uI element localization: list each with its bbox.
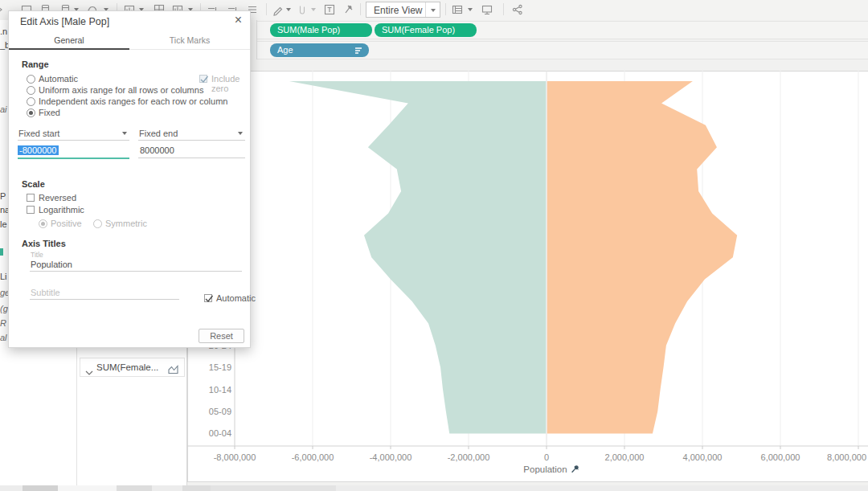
- radio-positive: [39, 219, 47, 228]
- sheet-tab-segment[interactable]: [211, 485, 336, 491]
- pill-sum-male-pop[interactable]: SUM(Male Pop): [270, 23, 372, 37]
- sheet-tab-segment[interactable]: [58, 485, 117, 491]
- fixed-end-input[interactable]: 8000000: [140, 145, 174, 155]
- hidden-pill-sliver: [0, 248, 3, 256]
- area-chart-icon[interactable]: [168, 363, 179, 378]
- text-label-icon[interactable]: [323, 3, 336, 16]
- paperclip-icon[interactable]: [296, 3, 309, 16]
- svg-text:-4,000,000: -4,000,000: [370, 452, 412, 462]
- reset-button[interactable]: Reset: [199, 329, 244, 343]
- svg-text:4,000,000: 4,000,000: [683, 452, 723, 462]
- fit-selector-caret[interactable]: [431, 9, 436, 12]
- edit-axis-dialog: Edit Axis [Male Pop] × General Tick Mark…: [8, 10, 251, 348]
- fit-selector[interactable]: Entire View: [366, 2, 440, 18]
- fixed-end-label[interactable]: Fixed end: [139, 129, 178, 138]
- pin-icon[interactable]: [342, 3, 355, 16]
- range-heading: Range: [22, 59, 49, 69]
- population-pyramid-chart[interactable]: -8,000,000-6,000,000-4,000,000-2,000,000…: [187, 71, 868, 482]
- sheet-tab-segment[interactable]: [117, 485, 152, 491]
- automatic-label[interactable]: Automatic: [216, 293, 256, 303]
- chevron-down-icon[interactable]: [85, 365, 93, 379]
- radio-uniform[interactable]: [27, 86, 35, 95]
- x-axis-title[interactable]: Population: [487, 464, 616, 474]
- svg-text:0: 0: [544, 452, 549, 462]
- svg-text:05-09: 05-09: [209, 407, 231, 416]
- svg-text:8,000,000: 8,000,000: [827, 452, 866, 462]
- radio-uniform-label[interactable]: Uniform axis range for all rows or colum…: [39, 85, 203, 95]
- svg-text:6,000,000: 6,000,000: [761, 452, 800, 462]
- sheet-tab-segment[interactable]: [23, 485, 58, 491]
- fit-selector-value: Entire View: [374, 5, 422, 16]
- svg-text:10-14: 10-14: [209, 385, 231, 395]
- toolbar-separator: [445, 3, 446, 15]
- fixed-end-underline: [138, 158, 245, 158]
- sort-descending-badge-icon[interactable]: [354, 46, 362, 59]
- x-axis-title-label: Population: [523, 464, 567, 474]
- fixed-end-dropdown-underline: [138, 140, 245, 141]
- radio-symmetric: [93, 219, 102, 228]
- logarithmic-label[interactable]: Logarithmic: [39, 205, 84, 215]
- svg-text:2,000,000: 2,000,000: [605, 452, 645, 462]
- highlight-caret[interactable]: [286, 8, 291, 11]
- radio-independent[interactable]: [27, 97, 35, 106]
- svg-text:-6,000,000: -6,000,000: [292, 452, 334, 462]
- female-area-mark: [547, 81, 737, 433]
- title-field-value[interactable]: Population: [31, 260, 72, 269]
- svg-text:15-19: 15-19: [209, 362, 231, 372]
- toolbar-separator: [503, 3, 504, 15]
- radio-fixed[interactable]: [27, 108, 35, 117]
- fixed-start-label[interactable]: Fixed start: [18, 129, 59, 138]
- show-cards-icon[interactable]: [451, 3, 464, 16]
- tab-tick-marks[interactable]: Tick Marks: [129, 32, 250, 50]
- tableau-window: Entire View SUM(Male Pop) SUM(Female Pop…: [0, 0, 868, 491]
- show-cards-caret[interactable]: [468, 8, 473, 11]
- radio-automatic[interactable]: [27, 75, 35, 84]
- subtitle-field-underline: [30, 299, 179, 300]
- pill-sum-female-pop[interactable]: SUM(Female Pop): [375, 23, 477, 37]
- close-icon[interactable]: ×: [235, 13, 242, 27]
- reversed-checkbox[interactable]: [27, 194, 35, 202]
- radio-automatic-label[interactable]: Automatic: [39, 74, 78, 84]
- fixed-end-caret[interactable]: [238, 132, 243, 135]
- fixed-start-dropdown-underline: [18, 140, 129, 141]
- reversed-label[interactable]: Reversed: [39, 193, 76, 203]
- automatic-checkbox[interactable]: [204, 294, 212, 302]
- axis-titles-heading: Axis Titles: [22, 239, 66, 248]
- svg-text:00-04: 00-04: [209, 428, 231, 438]
- dialog-title: Edit Axis [Male Pop]: [20, 16, 109, 27]
- marks-field-row[interactable]: SUM(Female...: [80, 358, 185, 377]
- pill-label: SUM(Male Pop): [277, 25, 340, 35]
- title-field-underline: [30, 271, 242, 272]
- pill-age[interactable]: Age: [270, 43, 369, 57]
- pill-label: SUM(Female Pop): [382, 25, 455, 35]
- paperclip-caret[interactable]: [311, 8, 316, 11]
- svg-text:-2,000,000: -2,000,000: [448, 452, 490, 462]
- radio-independent-label[interactable]: Independent axis ranges for each row or …: [39, 96, 227, 106]
- radio-symmetric-label: Symmetric: [105, 219, 147, 228]
- shelf-divider: [256, 20, 257, 59]
- scale-heading: Scale: [22, 179, 45, 189]
- sheet-tab-segment[interactable]: [182, 485, 211, 491]
- title-field-label: Title: [31, 251, 43, 259]
- pushpin-icon: [571, 464, 579, 473]
- logarithmic-checkbox[interactable]: [27, 206, 35, 214]
- fixed-start-caret[interactable]: [122, 132, 127, 135]
- fixed-start-input[interactable]: -8000000: [18, 145, 59, 155]
- fixed-start-focus-underline: [18, 158, 129, 159]
- male-area-mark: [289, 81, 546, 433]
- dialog-tabbar: General Tick Marks: [9, 32, 250, 50]
- radio-positive-label: Positive: [51, 219, 82, 228]
- presentation-mode-icon[interactable]: [481, 3, 493, 16]
- radio-fixed-label[interactable]: Fixed: [39, 108, 60, 117]
- pill-label: Age: [277, 45, 293, 55]
- toolbar-separator: [266, 3, 267, 15]
- tab-general[interactable]: General: [9, 32, 129, 50]
- toolbar-separator: [360, 3, 361, 15]
- subtitle-field-placeholder[interactable]: Subtitle: [31, 288, 60, 297]
- include-zero-checkbox: [199, 75, 207, 83]
- marks-field-label: SUM(Female...: [96, 362, 158, 372]
- include-zero-label: Include zero: [211, 74, 250, 93]
- highlight-pen-icon[interactable]: [272, 3, 285, 16]
- svg-text:-8,000,000: -8,000,000: [214, 452, 256, 462]
- share-icon[interactable]: [511, 3, 524, 16]
